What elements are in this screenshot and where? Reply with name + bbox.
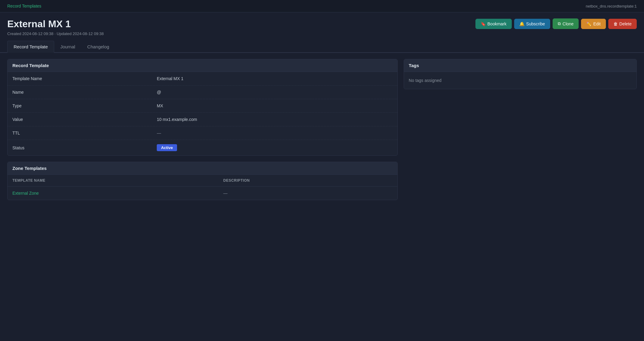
tags-empty-message: No tags assigned <box>404 72 636 89</box>
top-bar: Record Templates netbox_dns.recordtempla… <box>0 0 644 12</box>
zone-templates-card-header: Zone Templates <box>8 162 397 175</box>
zone-table-head: TEMPLATE NAME DESCRIPTION <box>8 175 397 187</box>
main-content: Record Template Template Name External M… <box>0 53 644 212</box>
record-template-card-header: Record Template <box>8 59 397 72</box>
tabs-bar: Record Template Journal Changelog <box>0 36 644 53</box>
tab-record-template[interactable]: Record Template <box>7 41 54 53</box>
edit-icon: ✏️ <box>586 21 591 26</box>
detail-row-value: Value 10 mx1.example.com <box>8 113 397 126</box>
label-name: Name <box>12 90 157 95</box>
detail-row-name: Name @ <box>8 86 397 99</box>
bookmark-button[interactable]: 🔖 Bookmark <box>475 19 512 29</box>
col-description: DESCRIPTION <box>218 175 397 187</box>
tags-card: Tags No tags assigned <box>404 59 637 89</box>
tab-journal[interactable]: Journal <box>54 41 81 53</box>
resource-id: netbox_dns.recordtemplate:1 <box>586 4 637 8</box>
zone-template-link[interactable]: External Zone <box>12 191 39 196</box>
action-buttons: 🔖 Bookmark 🔔 Subscribe ⧉ Clone ✏️ Edit 🗑… <box>475 18 637 29</box>
edit-button[interactable]: ✏️ Edit <box>581 19 606 29</box>
table-row: External Zone — <box>8 187 397 200</box>
value-template-name: External MX 1 <box>157 76 392 81</box>
left-panel: Record Template Template Name External M… <box>7 59 398 206</box>
page-title: External MX 1 <box>7 18 104 30</box>
detail-row-template-name: Template Name External MX 1 <box>8 72 397 86</box>
zone-templates-card: Zone Templates TEMPLATE NAME DESCRIPTION… <box>7 162 398 200</box>
label-status: Status <box>12 145 157 150</box>
breadcrumb-link[interactable]: Record Templates <box>7 4 41 8</box>
delete-button[interactable]: 🗑 Delete <box>608 19 637 29</box>
value-value: 10 mx1.example.com <box>157 117 392 122</box>
page-header: External MX 1 Created 2024-08-12 09:38 ·… <box>0 12 644 36</box>
label-ttl: TTL <box>12 131 157 135</box>
tab-changelog[interactable]: Changelog <box>81 41 115 53</box>
bell-icon: 🔔 <box>519 21 524 26</box>
record-template-card: Record Template Template Name External M… <box>7 59 398 156</box>
page-meta: Created 2024-08-12 09:38 · Updated 2024-… <box>7 31 104 36</box>
label-value: Value <box>12 117 157 122</box>
detail-row-status: Status Active <box>8 140 397 155</box>
tags-card-header: Tags <box>404 59 636 72</box>
trash-icon: 🗑 <box>613 21 618 26</box>
zone-templates-table: TEMPLATE NAME DESCRIPTION External Zone … <box>8 175 397 200</box>
value-name: @ <box>157 90 392 95</box>
label-template-name: Template Name <box>12 76 157 81</box>
subscribe-button[interactable]: 🔔 Subscribe <box>514 19 550 29</box>
label-type: Type <box>12 103 157 108</box>
title-block: External MX 1 Created 2024-08-12 09:38 ·… <box>7 18 104 36</box>
status-badge: Active <box>157 144 177 151</box>
right-panel: Tags No tags assigned <box>404 59 637 206</box>
value-type: MX <box>157 103 392 108</box>
clone-icon: ⧉ <box>558 21 561 26</box>
bookmark-icon: 🔖 <box>481 21 486 26</box>
zone-template-description: — <box>218 187 397 200</box>
detail-row-type: Type MX <box>8 99 397 113</box>
detail-row-ttl: TTL — <box>8 126 397 140</box>
zone-table-body: External Zone — <box>8 187 397 200</box>
value-ttl: — <box>157 131 392 135</box>
value-status: Active <box>157 144 392 151</box>
clone-button[interactable]: ⧉ Clone <box>553 18 579 29</box>
zone-template-name: External Zone <box>8 187 218 200</box>
col-template-name: TEMPLATE NAME <box>8 175 218 187</box>
